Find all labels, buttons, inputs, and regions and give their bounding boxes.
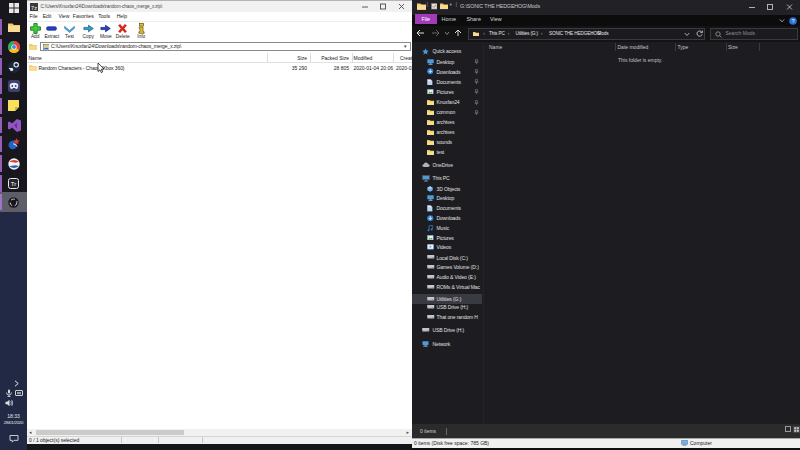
svg-text:7z: 7z <box>31 4 37 10</box>
svg-text:?: ? <box>791 18 794 24</box>
svg-text:Tr: Tr <box>11 181 16 187</box>
